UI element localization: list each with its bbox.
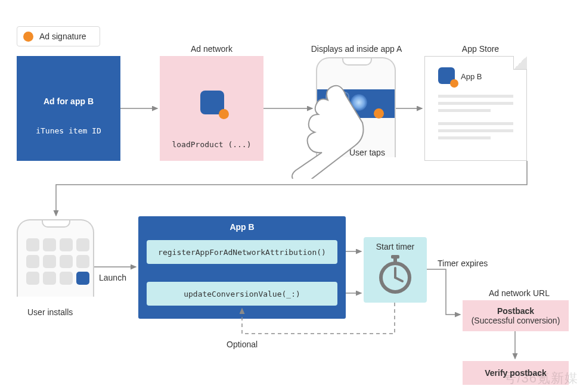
text-line-icon [438,109,491,112]
legend-label: Ad signature [39,32,86,41]
app-grid [26,238,89,285]
ad-for-app-b-card: Ad for app B iTunes item ID [17,56,120,161]
phone-app-a [316,57,396,157]
label-user-taps: User taps [349,148,385,157]
app-b-icon [438,67,455,84]
code-update: updateConversionValue(_:) [147,282,337,306]
label-optional: Optional [227,340,258,349]
label-launch: Launch [99,273,126,282]
label-timer-expires: Timer expires [438,259,488,268]
text-line-icon [438,95,513,98]
phone-notch-icon [342,58,372,66]
touch-ripple-icon [351,94,367,111]
arrow-store-to-install [56,161,527,216]
postback-block: Postback (Successful conversion) [463,300,569,331]
text-line-icon [438,136,491,139]
watermark-text: 号/36氪新媒 [503,369,578,387]
timer-title: Start timer [364,237,427,251]
app-b-icon [325,92,349,116]
app-b-icon [200,91,224,114]
label-user-installs: User installs [27,307,73,317]
ad-card-subtitle: iTunes item ID [17,106,120,135]
ad-signature-dot-icon [23,32,33,42]
text-line-icon [438,122,513,125]
app-store-page: App B [424,56,527,161]
postback-subtitle: (Successful conversion) [463,316,569,325]
legend-box: Ad signature [17,26,100,46]
load-product-code: loadProduct (...) [160,140,263,149]
svg-rect-1 [393,257,397,262]
app-b-title: App B [138,216,346,232]
label-displays-ad: Displays ad inside app A [303,44,410,54]
svg-line-4 [395,278,402,281]
code-register: registerAppForAdNetworkAttribution() [147,240,337,264]
label-ad-network-url: Ad network URL [489,288,550,298]
timer-block: Start timer [364,237,427,303]
postback-title: Postback [463,306,569,316]
installed-app-b-icon [76,272,89,285]
app-b-block: App B registerAppForAdNetworkAttribution… [138,216,346,319]
store-app-label: App B [461,72,482,81]
ad-network-card: loadProduct (...) [160,56,263,161]
text-line-icon [438,129,513,132]
label-app-store: App Store [457,44,504,54]
ad-signature-dot-icon [450,79,458,88]
text-line-icon [438,102,513,105]
stopwatch-icon [377,255,413,294]
ad-card-title: Ad for app B [17,56,120,106]
phone-home-screen [17,219,94,297]
arrow-timer-to-postback [427,269,460,315]
label-ad-network: Ad network [179,44,244,54]
phone-notch-icon [42,220,70,228]
ad-signature-dot-icon [219,109,229,119]
ad-signature-dot-icon [374,108,384,119]
